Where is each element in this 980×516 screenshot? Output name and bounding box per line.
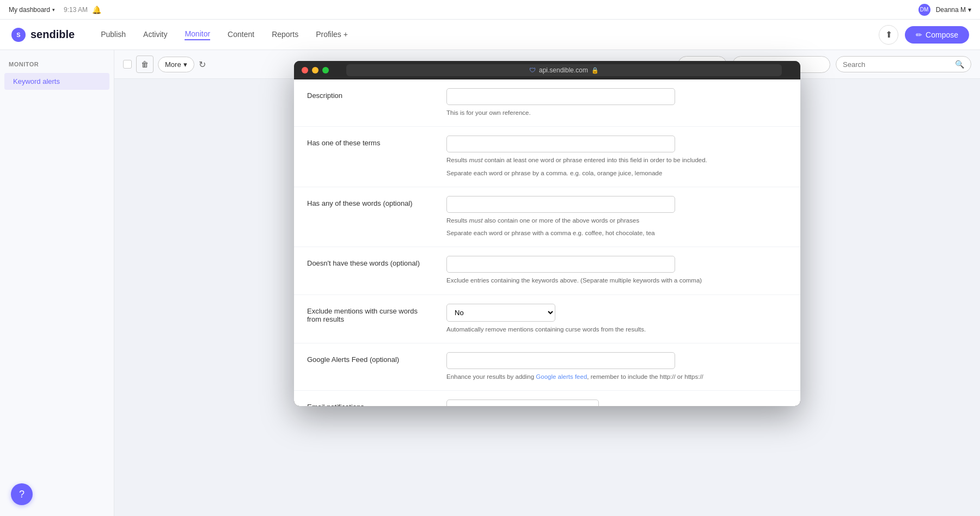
nav-profiles[interactable]: Profiles + <box>316 30 348 40</box>
dashboard-dropdown[interactable]: My dashboard ▾ <box>9 6 55 14</box>
doesnt-have-input[interactable] <box>446 256 675 273</box>
google-alerts-link[interactable]: Google alerts feed <box>536 373 587 380</box>
has-any-words-hint: Results must also contain one or more of… <box>446 216 730 225</box>
has-one-terms-hint: Results must contain at least one word o… <box>446 156 730 165</box>
more-label: More <box>165 60 181 69</box>
form-input-cell-google-alerts: Enhance your results by adding Google al… <box>446 343 800 390</box>
minimize-window-button[interactable] <box>312 67 318 73</box>
doesnt-have-hint: Exclude entries containing the keywords … <box>446 276 730 285</box>
description-hint: This is for your own reference. <box>446 108 730 118</box>
url-text: api.sendible.com <box>539 66 588 74</box>
navbar: S sendible Publish Activity Monitor Cont… <box>0 20 980 50</box>
compose-label: Compose <box>926 30 958 39</box>
browser-body: Description This is for your own referen… <box>294 79 800 406</box>
form-label-curse-words: Exclude mentions with curse words from r… <box>294 295 446 343</box>
form-input-cell-has-any-words: Results must also contain one or more of… <box>446 187 800 247</box>
form-label-doesnt-have: Doesn't have these words (optional) <box>294 247 446 294</box>
browser-chrome: 🛡 api.sendible.com 🔒 <box>294 61 800 79</box>
dashboard-chevron-icon: ▾ <box>52 7 55 13</box>
logo: S sendible <box>11 27 75 42</box>
sidebar-section-monitor: MONITOR <box>0 57 114 72</box>
form-row-google-alerts: Google Alerts Feed (optional) Enhance yo… <box>294 343 800 391</box>
upload-button[interactable]: ⬆ <box>879 25 898 45</box>
curse-words-hint: Automatically remove mentions containing… <box>446 325 730 334</box>
form-row-has-one-terms: Has one of these terms Results must cont… <box>294 127 800 187</box>
url-bar: 🛡 api.sendible.com 🔒 <box>346 64 782 76</box>
browser-modal: 🛡 api.sendible.com 🔒 Description This is… <box>294 61 800 406</box>
topbar-left: My dashboard ▾ 9:13 AM 🔔 <box>9 5 101 14</box>
has-one-terms-input[interactable] <box>446 136 675 152</box>
email-notifications-select[interactable]: Never Immediately Daily Weekly <box>446 400 599 406</box>
help-button[interactable]: ? <box>11 483 33 505</box>
form-input-cell-description: This is for your own reference. <box>446 79 800 126</box>
form-label-has-one-terms: Has one of these terms <box>294 127 446 187</box>
nav-links: Publish Activity Monitor Content Reports… <box>101 29 861 40</box>
nav-activity[interactable]: Activity <box>143 30 167 40</box>
nav-right: ⬆ ✏ Compose <box>879 25 969 45</box>
logo-text: sendible <box>30 28 75 41</box>
form-label-has-any-words: Has any of these words (optional) <box>294 187 446 247</box>
refresh-button[interactable]: ↻ <box>199 59 206 70</box>
close-window-button[interactable] <box>302 67 308 73</box>
form-row-email-notifications: Email notifications Never Immediately Da… <box>294 391 800 406</box>
curse-words-select[interactable]: No Yes <box>446 304 555 322</box>
more-chevron-icon: ▾ <box>183 60 187 69</box>
form-input-cell-email-notifications: Never Immediately Daily Weekly Select wh… <box>446 391 800 406</box>
url-lock-icon: 🔒 <box>591 67 599 74</box>
select-all-checkbox[interactable] <box>123 60 132 69</box>
content-area: 🗑 More ▾ ↻ New Alert 🔍 <box>114 50 980 516</box>
username-text: Deanna M <box>936 6 966 14</box>
google-alerts-hint: Enhance your results by adding Google al… <box>446 372 730 382</box>
more-button[interactable]: More ▾ <box>158 57 194 72</box>
avatar: DM <box>918 4 930 16</box>
form-row-curse-words: Exclude mentions with curse words from r… <box>294 295 800 343</box>
form-input-cell-has-one-terms: Results must contain at least one word o… <box>446 127 800 187</box>
description-input[interactable] <box>446 88 675 105</box>
dashboard-label-text: My dashboard <box>9 6 50 14</box>
url-shield-icon: 🛡 <box>529 66 536 74</box>
username-chevron-icon: ▾ <box>968 6 971 14</box>
form-label-email-notifications: Email notifications <box>294 391 446 406</box>
pencil-icon: ✏ <box>916 30 922 39</box>
nav-monitor[interactable]: Monitor <box>185 29 210 40</box>
topbar-right: DM Deanna M ▾ <box>918 4 971 16</box>
sidebar-item-keyword-alerts[interactable]: Keyword alerts <box>4 73 109 90</box>
compose-button[interactable]: ✏ Compose <box>905 26 969 44</box>
search-icon: 🔍 <box>955 60 964 69</box>
logo-icon: S <box>11 27 26 42</box>
nav-content[interactable]: Content <box>228 30 254 40</box>
has-one-terms-hint2: Separate each word or phrase by a comma.… <box>446 169 730 178</box>
form-label-google-alerts: Google Alerts Feed (optional) <box>294 343 446 390</box>
form-row-doesnt-have: Doesn't have these words (optional) Excl… <box>294 247 800 294</box>
svg-text:S: S <box>16 32 20 38</box>
form-input-cell-curse-words: No Yes Automatically remove mentions con… <box>446 295 800 343</box>
main-layout: MONITOR Keyword alerts 🗑 More ▾ ↻ New Al… <box>0 50 980 516</box>
notification-bell-icon[interactable]: 🔔 <box>92 5 101 14</box>
username[interactable]: Deanna M ▾ <box>936 6 971 14</box>
search-wrap: 🔍 <box>836 56 971 72</box>
maximize-window-button[interactable] <box>322 67 329 73</box>
nav-reports[interactable]: Reports <box>272 30 298 40</box>
form-label-description: Description <box>294 79 446 126</box>
nav-publish[interactable]: Publish <box>101 30 126 40</box>
form-input-cell-doesnt-have: Exclude entries containing the keywords … <box>446 247 800 294</box>
has-any-words-input[interactable] <box>446 196 675 213</box>
topbar: My dashboard ▾ 9:13 AM 🔔 DM Deanna M ▾ <box>0 0 980 20</box>
form-row-has-any-words: Has any of these words (optional) Result… <box>294 187 800 248</box>
has-any-words-hint2: Separate each word or phrase with a comm… <box>446 229 730 238</box>
delete-button[interactable]: 🗑 <box>136 56 154 73</box>
sidebar: MONITOR Keyword alerts <box>0 50 114 516</box>
topbar-time: 9:13 AM <box>64 6 88 14</box>
search-input[interactable] <box>843 60 952 69</box>
traffic-lights <box>302 67 329 73</box>
form-row-description: Description This is for your own referen… <box>294 79 800 127</box>
google-alerts-input[interactable] <box>446 352 675 369</box>
